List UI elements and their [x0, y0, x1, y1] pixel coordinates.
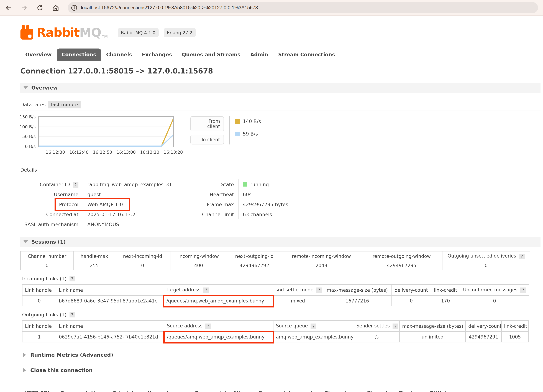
- footer-divider: [20, 384, 541, 384]
- footer-link-tutorials[interactable]: Tutorials: [113, 390, 136, 392]
- help-icon[interactable]: ?: [69, 312, 75, 317]
- rabbit-icon: [20, 25, 34, 40]
- runtime-metrics-section-header[interactable]: Runtime Metrics (Advanced): [20, 352, 541, 358]
- help-icon[interactable]: ?: [205, 324, 211, 329]
- running-state-indicator: [243, 182, 247, 187]
- help-icon[interactable]: ?: [311, 324, 317, 329]
- legend-from-client-value: 140 B/s: [235, 119, 261, 124]
- legend-from-client-button[interactable]: From client: [190, 116, 224, 131]
- data-rates-row: Data rates last minute: [20, 101, 541, 108]
- rabbitmq-version-badge: RabbitMQ 4.1.0: [118, 28, 159, 37]
- help-icon[interactable]: ?: [519, 254, 525, 259]
- data-rates-chart: 0 B/s50 B/s100 B/s150 B/s 16:12:3016:12:…: [20, 116, 541, 155]
- from-client-swatch-icon: [235, 119, 240, 124]
- chart-plot-area: [38, 116, 174, 147]
- sender-settles-indicator: ○: [354, 332, 400, 342]
- tab-stream-connections[interactable]: Stream Connections: [273, 49, 340, 61]
- legend-to-client-value: 59 B/s: [235, 131, 261, 136]
- detail-row-heartbeat: Heartbeat60s: [192, 189, 288, 199]
- footer-link-commercial-support[interactable]: Commercial support: [259, 390, 313, 392]
- outgoing-links-value-row: 1 0629e7a1-4156-b146-a752-f7b40e1e821d /…: [22, 332, 529, 342]
- main-nav-tabs: Overview Connections Channels Exchanges …: [20, 49, 541, 61]
- to-client-swatch-icon: [235, 132, 240, 136]
- forward-icon[interactable]: [21, 4, 28, 11]
- outgoing-source-address-cell: /queues/amq.web_amqp_examples.bunny: [164, 332, 273, 342]
- reload-icon[interactable]: [36, 4, 44, 11]
- x-axis-tick-label: 16:13:10: [140, 150, 159, 155]
- back-icon[interactable]: [5, 4, 12, 11]
- x-axis-tick-label: 16:13:00: [117, 150, 136, 155]
- details-grid: Container ID?rabbitmq_web_amqp_examples_…: [20, 179, 541, 229]
- details-section-title: Details: [20, 167, 541, 173]
- footer-link-commercial-edition[interactable]: Commercial edition: [195, 390, 247, 392]
- sessions-section-header[interactable]: Sessions (1): [20, 237, 541, 247]
- tab-connections[interactable]: Connections: [57, 49, 101, 61]
- sessions-value-row: 0 255 0 400 4294967292 2048 4294967295 0: [21, 261, 530, 270]
- sessions-section-title: Sessions (1): [31, 239, 66, 245]
- help-icon[interactable]: ?: [73, 182, 79, 187]
- outgoing-links-header-row: Link handle Link name Source address? So…: [22, 320, 529, 332]
- browser-toolbar: localhost:15672/#/connections/127.0.0.1%…: [0, 0, 543, 16]
- incoming-links-table: Link handle Link name Target address? sn…: [22, 284, 529, 307]
- y-axis-tick-label: 50 B/s: [22, 134, 36, 139]
- data-rates-mode[interactable]: last minute: [48, 101, 81, 108]
- expand-triangle-icon: [23, 353, 26, 357]
- tab-queues-and-streams[interactable]: Queues and Streams: [177, 49, 245, 61]
- footer-link-discussions[interactable]: Discussions: [324, 390, 356, 392]
- footer-link-github[interactable]: GitHub: [430, 390, 448, 392]
- brand-rabbit: Rabbit: [37, 25, 79, 40]
- chart-x-axis: 16:12:3016:12:4016:12:5016:13:0016:13:10…: [38, 150, 174, 155]
- help-icon[interactable]: ?: [316, 288, 322, 293]
- detail-row-connected-at: Connected at2025-01-17 16:13:21: [20, 209, 192, 219]
- x-axis-tick-label: 16:12:30: [46, 150, 65, 155]
- url-text: localhost:15672/#/connections/127.0.0.1%…: [81, 5, 258, 10]
- tab-channels[interactable]: Channels: [101, 49, 137, 61]
- incoming-links-title: Incoming Links (1)?: [22, 276, 541, 281]
- footer-link-http-api[interactable]: HTTP API: [24, 390, 49, 392]
- detail-row-container-id: Container ID?rabbitmq_web_amqp_examples_…: [20, 179, 192, 189]
- detail-row-state: Staterunning: [192, 179, 288, 189]
- footer-link-documentation[interactable]: Documentation: [60, 390, 102, 392]
- address-bar[interactable]: localhost:15672/#/connections/127.0.0.1%…: [68, 2, 538, 13]
- x-axis-tick-label: 16:12:50: [93, 150, 112, 155]
- detail-row-frame-max: Frame max4294967295 bytes: [192, 199, 288, 209]
- incoming-links-value-row: 0 b67d8689-0a6e-3e47-95df-87abb1e2a41c /…: [22, 295, 529, 306]
- legend-divider: [229, 116, 230, 144]
- brand-mq: MQ: [79, 25, 101, 40]
- home-icon[interactable]: [52, 4, 59, 11]
- overview-section-header[interactable]: Overview: [20, 83, 541, 93]
- brand-tm: TM: [102, 34, 108, 39]
- site-info-icon[interactable]: [71, 4, 78, 11]
- help-icon[interactable]: ?: [204, 288, 209, 293]
- footer-link-discord[interactable]: Discord: [367, 390, 388, 392]
- y-axis-tick-label: 100 B/s: [20, 124, 36, 129]
- help-icon[interactable]: ?: [520, 288, 526, 293]
- footer-link-plugins[interactable]: Plugins: [399, 390, 419, 392]
- rabbitmq-logo[interactable]: RabbitMQ TM: [20, 25, 108, 40]
- sessions-header-row: Channel number handle-max next-incoming-…: [21, 251, 530, 261]
- divider: [20, 111, 541, 111]
- erlang-version-badge: Erlang 27.2: [164, 28, 196, 37]
- expand-triangle-icon: [23, 368, 26, 372]
- help-icon[interactable]: ?: [393, 324, 398, 329]
- collapse-triangle-icon: [23, 240, 28, 243]
- overview-section-title: Overview: [31, 85, 58, 91]
- legend-to-client-button[interactable]: To client: [190, 135, 224, 144]
- x-axis-tick-label: 16:12:40: [69, 150, 89, 155]
- footer-links: HTTP API Documentation Tutorials New rel…: [20, 390, 541, 392]
- incoming-target-address-cell: /queues/amq.web_amqp_examples.bunny: [164, 295, 273, 306]
- browser-window: localhost:15672/#/connections/127.0.0.1%…: [0, 0, 543, 392]
- tab-admin[interactable]: Admin: [245, 49, 273, 61]
- data-rates-label: Data rates: [20, 102, 46, 107]
- close-connection-section-header[interactable]: Close this connection: [20, 367, 541, 373]
- masthead: RabbitMQ TM RabbitMQ 4.1.0 Erlang 27.2: [20, 25, 541, 40]
- detail-row-sasl-auth: SASL auth mechanismANONYMOUS: [20, 219, 192, 229]
- footer-link-new-releases[interactable]: New releases: [147, 390, 184, 392]
- help-icon[interactable]: ?: [69, 276, 75, 281]
- tab-overview[interactable]: Overview: [20, 49, 57, 61]
- y-axis-tick-label: 0 B/s: [25, 144, 36, 149]
- detail-row-username: Usernameguest: [20, 189, 192, 199]
- tab-exchanges[interactable]: Exchanges: [137, 49, 177, 61]
- detail-row-protocol: ProtocolWeb AMQP 1-0: [20, 199, 192, 209]
- chart-y-axis: 0 B/s50 B/s100 B/s150 B/s: [20, 116, 38, 147]
